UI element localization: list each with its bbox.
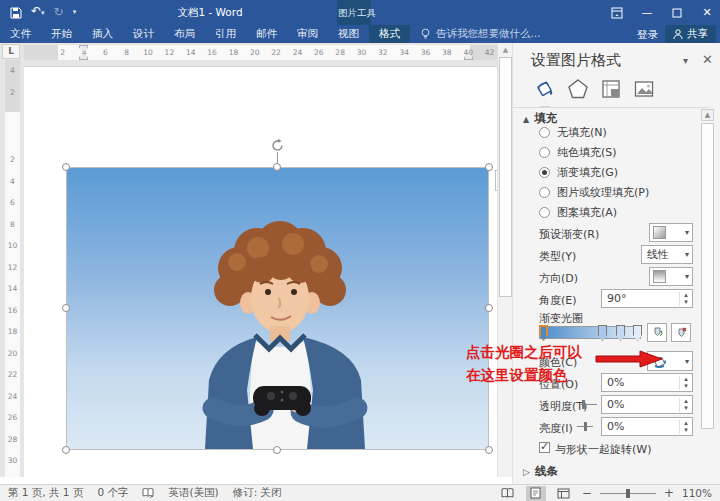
fill-option-radio[interactable]: 无填充(N)	[539, 122, 649, 142]
vertical-scrollbar-thumb[interactable]	[499, 57, 512, 297]
type-label: 类型(Y)	[539, 249, 576, 264]
transparency-label: 透明度(T)	[539, 399, 587, 414]
zoom-out-button[interactable]: −	[582, 486, 592, 500]
horizontal-ruler: 2468101214161820222426283032343638404244	[24, 45, 510, 60]
effects-tab-pentagon-icon[interactable]	[566, 77, 590, 101]
pane-scrollbar-thumb[interactable]	[701, 123, 714, 429]
angle-spinner[interactable]: 90° ▴▾	[601, 289, 693, 308]
resize-handle-s[interactable]	[273, 446, 281, 454]
qat-customize-caret[interactable]: ▾	[73, 3, 77, 22]
resize-handle-ne[interactable]	[485, 163, 493, 171]
save-icon[interactable]	[10, 7, 22, 19]
layout-properties-tab-icon[interactable]	[599, 77, 623, 101]
word-count[interactable]: 0 个字	[97, 486, 128, 500]
status-bar: 第 1 页, 共 1 页 0 个字 英语(美国) 修订: 关闭 − + 110%	[0, 484, 720, 501]
ribbon-tab[interactable]: 布局	[164, 25, 205, 43]
remove-gradient-stop-button[interactable]	[671, 323, 691, 342]
radio-icon	[539, 207, 550, 218]
undo-button[interactable]: ↶▾	[31, 2, 45, 23]
page-indicator[interactable]: 第 1 页, 共 1 页	[8, 486, 83, 500]
picture-tab-icon[interactable]	[632, 77, 656, 101]
fill-option-radio[interactable]: 图片或纹理填充(P)	[539, 182, 649, 202]
redo-button[interactable]: ↻	[54, 3, 64, 22]
brightness-spinner[interactable]: 0% ▴▾	[601, 417, 693, 436]
minimize-button[interactable]: —	[638, 4, 656, 22]
direction-swatch-icon	[653, 270, 666, 283]
quick-access-toolbar: ↶▾ ↻ ▾	[10, 3, 76, 22]
track-changes-indicator[interactable]: 修订: 关闭	[233, 486, 282, 500]
fill-option-radio[interactable]: 图案填充(A)	[539, 202, 649, 222]
fill-option-radio[interactable]: 纯色填充(S)	[539, 142, 649, 162]
resize-handle-sw[interactable]	[62, 446, 70, 454]
language-indicator[interactable]: 英语(美国)	[168, 486, 218, 500]
signin-button[interactable]: 登录	[637, 25, 658, 43]
gradient-stops-bar[interactable]	[539, 326, 641, 339]
vertical-scrollbar[interactable]: ▲	[497, 43, 512, 477]
resize-handle-nw[interactable]	[62, 163, 70, 171]
pane-scrollbar[interactable]: ▲ ▼	[701, 109, 715, 501]
ribbon-tab[interactable]: 设计	[123, 25, 164, 43]
zoom-in-button[interactable]: +	[664, 486, 674, 500]
ribbon-tab[interactable]: 插入	[82, 25, 123, 43]
pane-close-icon[interactable]: ✕	[702, 52, 713, 67]
zoom-level[interactable]: 110%	[682, 487, 712, 499]
pane-scroll-up-icon[interactable]: ▲	[701, 109, 714, 121]
read-mode-button[interactable]	[498, 486, 518, 501]
selected-picture[interactable]	[66, 167, 489, 450]
tab-stop-selector[interactable]: L	[2, 44, 20, 59]
rotation-handle-icon[interactable]	[269, 137, 286, 154]
scroll-up-icon[interactable]: ▲	[499, 44, 512, 56]
spinner-arrows-icon[interactable]: ▴▾	[679, 292, 692, 306]
rotate-with-shape-checkbox[interactable]	[539, 442, 550, 453]
pane-tabs	[533, 77, 656, 101]
spinner-arrows-icon[interactable]: ▴▾	[679, 398, 692, 412]
zoom-slider-thumb[interactable]	[626, 489, 630, 498]
spinner-arrows-icon[interactable]: ▴▾	[679, 376, 692, 390]
ribbon-tab[interactable]: 审阅	[287, 25, 328, 43]
ribbon-tab[interactable]: 文件	[0, 25, 41, 43]
pane-title: 设置图片格式	[531, 51, 621, 70]
gradient-stop[interactable]	[539, 325, 548, 341]
gradient-stop[interactable]	[633, 325, 642, 341]
fill-line-tab-bucket-icon[interactable]	[533, 77, 557, 101]
add-gradient-stop-button[interactable]	[647, 323, 667, 342]
transparency-spinner[interactable]: 0% ▴▾	[601, 395, 693, 414]
print-layout-button[interactable]	[526, 486, 546, 501]
gradient-stop[interactable]	[616, 325, 625, 341]
type-dropdown[interactable]: 线性▾	[641, 245, 693, 264]
annotation-arrow-icon	[594, 349, 664, 369]
ribbon-tab[interactable]: 引用	[205, 25, 246, 43]
ribbon-tab[interactable]: 邮件	[246, 25, 287, 43]
tell-me-box[interactable]: 告诉我您想要做什么...	[420, 25, 541, 43]
resize-handle-e[interactable]	[485, 304, 493, 312]
resize-handle-w[interactable]	[62, 304, 70, 312]
ribbon-tab[interactable]: 视图	[328, 25, 369, 43]
share-button[interactable]: 共享	[665, 25, 716, 43]
photo-boy-with-gamepad	[67, 168, 488, 449]
zoom-slider[interactable]	[600, 493, 656, 494]
picture-gradient-background[interactable]	[66, 167, 489, 450]
angle-label: 角度(E)	[539, 293, 577, 308]
ribbon-display-options-icon[interactable]	[608, 4, 626, 22]
resize-handle-se[interactable]	[485, 446, 493, 454]
proofing-icon[interactable]	[142, 487, 154, 499]
gradient-stops-label: 渐变光圈	[539, 311, 583, 326]
brightness-slider[interactable]	[577, 426, 593, 427]
spinner-arrows-icon[interactable]: ▴▾	[679, 420, 692, 434]
ribbon-tab[interactable]: 开始	[41, 25, 82, 43]
preset-gradient-dropdown[interactable]: ▾	[649, 223, 693, 242]
pane-options-caret-icon[interactable]: ▾	[683, 55, 688, 66]
web-layout-button[interactable]	[554, 486, 574, 501]
direction-label: 方向(D)	[539, 271, 578, 286]
gradient-stop[interactable]	[598, 325, 607, 341]
line-section-header[interactable]: ▷线条	[523, 464, 558, 479]
resize-handle-n[interactable]	[273, 163, 281, 171]
direction-dropdown[interactable]: ▾	[649, 267, 693, 286]
radio-icon	[539, 147, 550, 158]
ribbon-tab[interactable]: 格式	[369, 25, 410, 43]
document-page[interactable]	[24, 66, 497, 477]
fill-option-radio[interactable]: 渐变填充(G)	[539, 162, 649, 182]
maximize-button[interactable]	[668, 4, 686, 22]
transparency-slider[interactable]	[581, 404, 597, 405]
close-button[interactable]: ✕	[698, 4, 716, 22]
